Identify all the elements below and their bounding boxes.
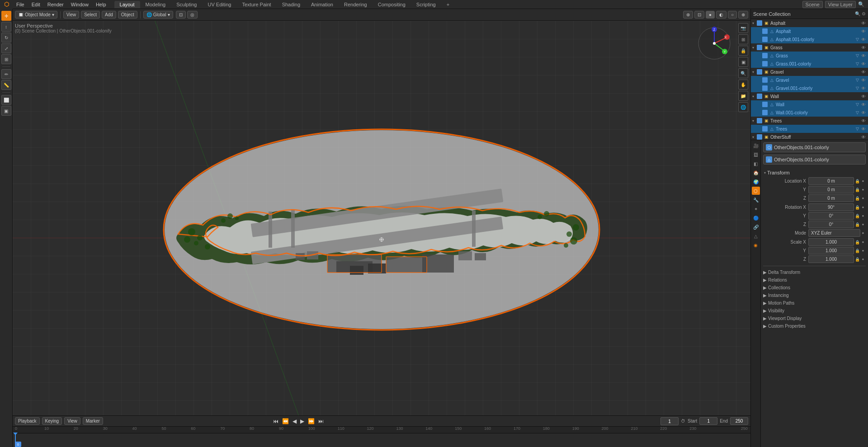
rot-anim-x[interactable]: ● [860, 205, 866, 209]
tab-rendering[interactable]: Rendering [339, 1, 373, 8]
eye-otherstuff[interactable]: 👁 [860, 135, 867, 140]
grid-view-icon[interactable]: ⊞ [738, 34, 748, 44]
eye-gravel-mesh[interactable]: 👁 [860, 78, 867, 83]
outliner-gravel-mesh[interactable]: △ Gravel ▽ 👁 [751, 76, 868, 84]
collections-section[interactable]: ▶ Collections [763, 284, 866, 291]
check-grass-001[interactable] [762, 61, 768, 66]
outliner-trees-mesh[interactable]: △ Trees ▽ 👁 [751, 125, 868, 133]
outliner-collection-grass[interactable]: ▾ ▣ Grass 👁 [751, 43, 868, 52]
eye-asphalt-001[interactable]: 👁 [860, 37, 867, 42]
rotation-y-value[interactable]: 0° [808, 212, 854, 220]
eye-wall-001[interactable]: 👁 [860, 110, 867, 115]
props-constraints-icon[interactable]: 🔗 [752, 223, 760, 231]
lock-x[interactable]: 🔒 [854, 179, 860, 184]
scale-z-value[interactable]: 1.000 [808, 255, 854, 263]
object-mode-btn[interactable]: 🔲 Object Mode ▾ [15, 11, 57, 19]
measure-tool[interactable]: 📏 [1, 80, 11, 90]
check-gravel-mesh[interactable] [762, 77, 768, 83]
go-start-btn[interactable]: ⏮ [272, 417, 279, 425]
menu-help[interactable]: Help [92, 1, 110, 8]
lock-z[interactable]: 🔒 [854, 196, 860, 201]
custom-properties-section[interactable]: ▶ Custom Properties [763, 323, 866, 329]
props-scene-icon[interactable]: 🏠 [752, 169, 760, 177]
rot-lock-z[interactable]: 🔒 [854, 222, 860, 227]
tab-shading[interactable]: Shading [277, 1, 306, 8]
shade-icon[interactable]: 🌐 [738, 102, 748, 112]
props-world-icon[interactable]: 🌍 [752, 178, 760, 186]
tab-add[interactable]: + [441, 1, 455, 8]
location-x-value[interactable]: 0 m [808, 177, 854, 185]
outliner-collection-wall[interactable]: ▾ ▣ Wall 👁 [751, 92, 868, 100]
check-gravel[interactable] [757, 69, 762, 75]
scale-anim-y[interactable]: ● [860, 249, 866, 253]
viewport-shading-material[interactable]: ◐ [716, 11, 726, 19]
scene-selector[interactable]: Scene [802, 1, 823, 8]
rotation-x-value[interactable]: 90° [808, 203, 854, 211]
scale-lock-z[interactable]: 🔒 [854, 257, 860, 262]
start-frame[interactable]: 1 [699, 417, 717, 425]
mode-anim[interactable]: ● [860, 231, 866, 235]
check-wall-mesh[interactable] [762, 102, 768, 107]
select-box-tool[interactable]: ⬜ [1, 95, 11, 105]
tab-layout[interactable]: Layout [114, 1, 140, 8]
scale-y-value[interactable]: 1.000 [808, 247, 854, 254]
check-asphalt-001[interactable] [762, 37, 768, 42]
overlay-toggle[interactable]: ⊛ [683, 11, 693, 19]
eye-grass[interactable]: 👁 [860, 45, 867, 50]
eye-asphalt-mesh[interactable]: 👁 [860, 29, 867, 34]
tab-scripting[interactable]: Scripting [411, 1, 441, 8]
rot-lock-x[interactable]: 🔒 [854, 205, 860, 210]
timeline-body[interactable]: 0 [13, 433, 750, 447]
prev-frame-btn[interactable]: ⏪ [281, 417, 290, 425]
render-region-icon[interactable]: ▣ [738, 57, 748, 67]
menu-file[interactable]: File [13, 1, 28, 8]
outliner-wall-mesh[interactable]: △ Wall ▽ 👁 [751, 100, 868, 108]
cursor-tool[interactable]: ✛ [1, 11, 11, 21]
search-icon[interactable]: 🔍 [858, 1, 864, 7]
tab-texture-paint[interactable]: Texture Paint [236, 1, 276, 8]
current-frame[interactable]: 1 [660, 417, 679, 425]
eye-wall[interactable]: 👁 [860, 94, 867, 99]
viewport-gizmo-btn[interactable]: ⊕ [738, 11, 748, 19]
playback-btn[interactable]: Playback [15, 417, 40, 425]
check-wall-001[interactable] [762, 110, 768, 115]
check-trees-mesh[interactable] [762, 126, 768, 132]
zoom-icon[interactable]: 🔍 [738, 68, 748, 78]
viewport-lock-icon[interactable]: 🔒 [738, 46, 748, 56]
move-tool[interactable]: ↕ [1, 22, 11, 32]
transform-tool[interactable]: ⊞ [1, 54, 11, 64]
keying-btn[interactable]: Keying [42, 417, 62, 425]
outliner-collection-gravel[interactable]: ▾ ▣ Gravel 👁 [751, 68, 868, 76]
props-output-icon[interactable]: 🖼 [752, 151, 760, 159]
view-layer-selector[interactable]: View Layer [825, 1, 856, 8]
tab-modeling[interactable]: Modeling [140, 1, 171, 8]
anim-x[interactable]: ● [860, 179, 866, 183]
view-btn[interactable]: View [63, 11, 80, 19]
anim-y[interactable]: ● [860, 188, 866, 192]
outliner-search-icon[interactable]: 🔍 [855, 11, 860, 16]
props-particles-icon[interactable]: ✦ [752, 205, 760, 213]
props-modifier-icon[interactable]: 🔧 [752, 196, 760, 204]
outliner-wall-001[interactable]: △ Wall.001-colorly ▽ 👁 [751, 108, 868, 117]
rot-anim-z[interactable]: ● [860, 222, 866, 226]
eye-grass-001[interactable]: 👁 [860, 61, 867, 66]
props-view-layer-icon[interactable]: ◧ [752, 160, 760, 168]
check-wall[interactable] [757, 94, 762, 99]
check-asphalt-mesh[interactable] [762, 28, 768, 34]
outliner-asphalt-001[interactable]: △ Asphalt.001-colorly ▽ 👁 [751, 35, 868, 43]
eye-grass-mesh[interactable]: 👁 [860, 53, 867, 58]
viewport-shading-render[interactable]: ○ [728, 11, 737, 19]
rotation-z-value[interactable]: 0° [808, 221, 854, 228]
rot-anim-y[interactable]: ● [860, 214, 866, 218]
check-trees[interactable] [757, 118, 762, 123]
scale-x-value[interactable]: 1.000 [808, 238, 854, 246]
scale-lock-x[interactable]: 🔒 [854, 240, 860, 245]
eye-trees[interactable]: 👁 [860, 118, 867, 123]
menu-window[interactable]: Window [67, 1, 92, 8]
rot-lock-y[interactable]: 🔒 [854, 214, 860, 218]
add-cube-tool[interactable]: ▣ [1, 106, 11, 116]
outliner-grass-mesh[interactable]: △ Grass ▽ 👁 [751, 52, 868, 60]
blender-logo[interactable]: ⬡ [0, 0, 13, 9]
collection-icon[interactable]: 📁 [738, 91, 748, 101]
camera-view-icon[interactable]: 📷 [738, 23, 748, 33]
